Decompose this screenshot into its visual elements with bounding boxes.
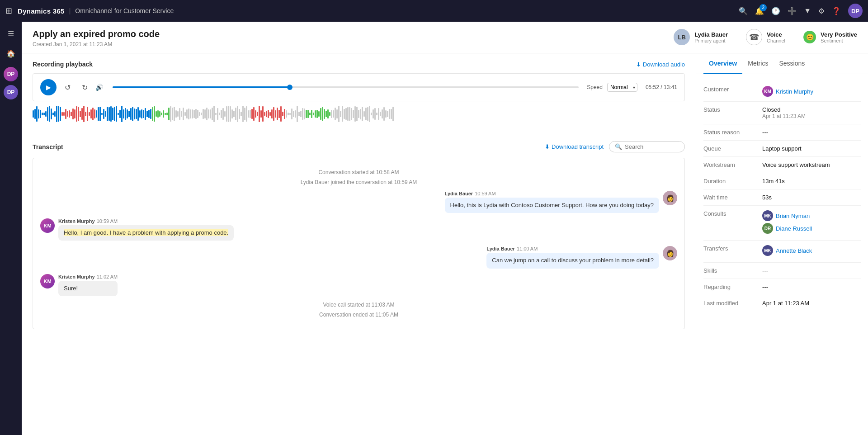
- waveform-bar: [392, 107, 394, 121]
- waveform-bar: [80, 111, 81, 117]
- search-input[interactable]: [625, 143, 679, 150]
- consult-avatar-2: DR: [762, 223, 773, 234]
- agent-meta: LB Lydia Bauer Primary agent: [674, 29, 728, 45]
- waveform-bar: [60, 107, 61, 122]
- sentiment-icon: 😊: [803, 31, 816, 43]
- progress-track[interactable]: [113, 86, 579, 88]
- waveform-bar: [212, 108, 213, 121]
- sidebar-avatar[interactable]: DP: [4, 67, 18, 81]
- overview-status-row: Status Closed Apr 1 at 11:23 AM: [703, 102, 861, 124]
- waveform-bar: [297, 106, 298, 122]
- waveform-bar: [54, 111, 56, 117]
- waveform-bar: [112, 108, 113, 120]
- waveform-bar: [96, 110, 97, 117]
- waveform-bar: [360, 109, 361, 119]
- waveform-bar: [87, 107, 88, 121]
- apps-grid-icon[interactable]: ⊞: [5, 6, 12, 16]
- waveform-bar: [33, 110, 34, 118]
- help-icon[interactable]: ❓: [832, 7, 841, 15]
- waveform-bar: [98, 107, 99, 120]
- message-bubble: Sure!: [58, 281, 118, 296]
- download-audio-link[interactable]: ⬇ Download audio: [636, 61, 685, 68]
- settings-icon[interactable]: ⚙: [818, 7, 825, 15]
- speed-label: Speed: [587, 84, 603, 90]
- waveform-bar: [195, 109, 197, 119]
- speed-select[interactable]: Normal 0.5x 0.75x 1.25x 1.5x 2x: [607, 83, 637, 92]
- volume-button[interactable]: 🔊: [95, 81, 108, 94]
- waveform-bar: [107, 107, 108, 121]
- waveform-bar: [345, 108, 347, 120]
- clock-icon[interactable]: 🕐: [771, 7, 780, 15]
- waveform-bar: [246, 106, 247, 121]
- sidebar-home-icon[interactable]: 🏠: [3, 45, 19, 61]
- notifications-icon[interactable]: 🔔 2: [755, 7, 764, 15]
- waveform-bar: [315, 110, 316, 118]
- queue-label: Queue: [703, 145, 762, 152]
- add-icon[interactable]: ➕: [788, 7, 797, 15]
- sidebar-menu-icon[interactable]: ☰: [3, 25, 19, 42]
- nav-separator: |: [69, 7, 71, 14]
- waveform-bar: [304, 109, 305, 119]
- status-value-wrapper: Closed Apr 1 at 11:23 AM: [762, 106, 806, 119]
- waveform-bar: [193, 110, 195, 118]
- message-meta: Kristen Murphy11:02 AM: [58, 274, 118, 279]
- overview-status-reason-row: Status reason ---: [703, 124, 861, 141]
- transcript-title: Transcript: [33, 143, 63, 151]
- waveform-bar: [288, 113, 289, 115]
- waveform-bar: [354, 106, 356, 122]
- consult-name-1[interactable]: Brian Nyman: [776, 213, 810, 219]
- waveform-bar: [241, 112, 242, 116]
- regarding-value: ---: [762, 284, 768, 290]
- waveform-bar: [356, 107, 358, 121]
- transcript-search-box[interactable]: 🔍: [609, 141, 685, 152]
- overview-duration-row: Duration 13m 41s: [703, 173, 861, 189]
- waveform-bar: [311, 110, 312, 118]
- rewind-button[interactable]: ↺: [61, 81, 74, 94]
- progress-fill: [113, 86, 290, 88]
- overview-queue-row: Queue Laptop support: [703, 141, 861, 157]
- consult-name-2[interactable]: Diane Russell: [776, 225, 812, 232]
- tab-metrics[interactable]: Metrics: [742, 53, 774, 74]
- agent-name: Lydia Bauer: [694, 31, 728, 38]
- waveform-bar: [250, 110, 251, 118]
- waveform-bar: [128, 111, 130, 117]
- transfer-name-1[interactable]: Annette Black: [776, 247, 812, 254]
- waveform-bar: [313, 113, 314, 115]
- waveform-bar: [136, 109, 137, 119]
- waveform-bar: [34, 109, 36, 119]
- sidebar-user-icon[interactable]: DP: [4, 85, 18, 99]
- message-meta: Lydia Bauer11:00 AM: [486, 246, 659, 251]
- play-button[interactable]: ▶: [40, 79, 57, 95]
- waveform-bar: [335, 108, 336, 120]
- module-name: Omnichannel for Customer Service: [75, 7, 174, 14]
- waveform-bar: [248, 110, 249, 118]
- speed-wrapper: Normal 0.5x 0.75x 1.25x 1.5x 2x ▾: [607, 83, 637, 92]
- forward-button[interactable]: ↻: [78, 81, 91, 94]
- message-sender: Kristen Murphy: [58, 274, 95, 279]
- waveform-bar: [161, 113, 162, 115]
- waveform-bar: [116, 106, 117, 121]
- waveform-bar: [327, 109, 329, 118]
- transcript-body: Conversation started at 10:58 AM Lydia B…: [33, 158, 685, 329]
- waveform-bar: [83, 106, 85, 122]
- filter-icon[interactable]: ▼: [804, 7, 811, 15]
- waveform-bar: [43, 113, 45, 115]
- customer-value[interactable]: Kristin Murphy: [776, 88, 813, 95]
- overview-content: Customer KM Kristin Murphy Status Closed…: [696, 74, 868, 318]
- tab-sessions[interactable]: Sessions: [774, 53, 810, 74]
- waveform-bar: [89, 112, 90, 116]
- tab-overview[interactable]: Overview: [703, 53, 742, 74]
- waveform-bar: [165, 113, 166, 115]
- customer-avatar: KM: [40, 218, 55, 233]
- search-icon[interactable]: 🔍: [739, 7, 748, 15]
- waveform-bar: [251, 109, 253, 118]
- waveform-bar: [183, 108, 184, 120]
- waveform-bar: [387, 111, 388, 117]
- download-transcript-link[interactable]: ⬇ Download transcript: [545, 143, 604, 150]
- waveform-bar: [168, 108, 170, 120]
- regarding-label: Regarding: [703, 284, 762, 290]
- wait-time-label: Wait time: [703, 194, 762, 201]
- status-label: Status: [703, 106, 762, 113]
- waveform-bar: [326, 111, 327, 117]
- user-avatar-nav[interactable]: DP: [848, 4, 863, 18]
